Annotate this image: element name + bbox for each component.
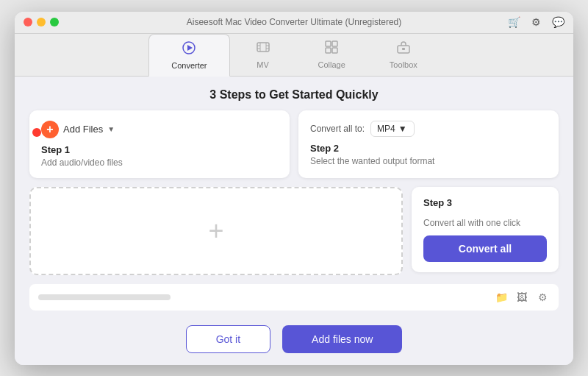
window-title: Aiseesoft Mac Video Converter Ultimate (… [187, 17, 402, 27]
app-window: Aiseesoft Mac Video Converter Ultimate (… [15, 12, 573, 365]
convert-to-label: Convert all to: [310, 124, 365, 134]
convert-all-button[interactable]: Convert all [423, 235, 547, 262]
svg-rect-9 [326, 41, 331, 46]
format-dropdown-arrow: ▼ [398, 124, 407, 134]
dropdown-arrow-icon: ▼ [107, 125, 115, 133]
step2-desc: Select the wanted output format [310, 156, 547, 166]
message-icon[interactable]: 💬 [551, 15, 564, 29]
svg-rect-11 [326, 48, 331, 53]
add-files-button[interactable]: + Add Files ▼ [41, 121, 115, 138]
steps-row: + Add Files ▼ Step 1 Add audio/video fil… [29, 110, 559, 178]
step3-desc: Convert all with one click [423, 218, 547, 228]
settings-toolbar-icon[interactable]: ⚙ [535, 290, 550, 305]
tab-toolbox-label: Toolbox [390, 60, 417, 69]
step1-num: Step 1 [41, 144, 278, 155]
tab-toolbox[interactable]: Toolbox [368, 34, 440, 76]
svg-rect-2 [257, 43, 269, 52]
bottom-toolbar: 📁 🖼 ⚙ [29, 284, 559, 311]
got-it-button[interactable]: Got it [186, 325, 270, 353]
collage-icon [324, 40, 339, 58]
toolbar-progress-bar [38, 294, 171, 300]
drop-zone[interactable]: + [29, 187, 403, 275]
minimize-button[interactable] [37, 18, 46, 26]
tab-converter[interactable]: Converter [148, 34, 229, 77]
add-files-label: Add Files [63, 124, 103, 135]
drop-zone-container: + Step 3 Convert all with one click Conv… [29, 187, 559, 275]
screenshot-icon[interactable]: 🖼 [514, 290, 529, 305]
page-title: 3 Steps to Get Started Quickly [29, 88, 559, 102]
bottom-buttons: Got it Add files now [29, 319, 559, 356]
red-dot-indicator [32, 128, 41, 137]
converter-icon [182, 40, 196, 59]
step3-card: Step 3 Convert all with one click Conver… [412, 187, 559, 272]
help-icon[interactable]: ⚙ [529, 15, 542, 29]
tabs-bar: Converter MV [15, 34, 573, 77]
main-content: 3 Steps to Get Started Quickly + Add Fil… [15, 77, 573, 365]
drop-plus-icon: + [208, 216, 223, 246]
svg-rect-12 [332, 48, 337, 53]
format-select[interactable]: MP4 ▼ [370, 121, 415, 137]
svg-marker-1 [187, 45, 193, 51]
step2-num: Step 2 [310, 143, 547, 154]
step1-desc: Add audio/video files [41, 157, 278, 168]
tab-mv[interactable]: MV [230, 34, 296, 76]
close-button[interactable] [24, 18, 32, 26]
tab-collage[interactable]: Collage [296, 34, 368, 76]
step1-card: + Add Files ▼ Step 1 Add audio/video fil… [29, 110, 290, 178]
convert-to-row: Convert all to: MP4 ▼ [310, 121, 547, 137]
format-value: MP4 [377, 124, 395, 134]
cart-icon[interactable]: 🛒 [507, 15, 520, 29]
mv-icon [256, 40, 270, 58]
tab-converter-label: Converter [171, 61, 207, 70]
title-bar: Aiseesoft Mac Video Converter Ultimate (… [15, 12, 573, 34]
tab-mv-label: MV [257, 60, 269, 69]
tab-collage-label: Collage [318, 60, 345, 69]
step3-num: Step 3 [423, 197, 547, 208]
step2-card: Convert all to: MP4 ▼ Step 2 Select the … [298, 110, 559, 178]
traffic-lights [24, 18, 59, 26]
svg-rect-10 [332, 41, 337, 46]
add-files-now-button[interactable]: Add files now [282, 325, 402, 353]
add-files-icon: + [41, 121, 59, 138]
toolbox-icon [396, 40, 411, 58]
svg-rect-14 [402, 48, 405, 50]
folder-icon[interactable]: 📁 [494, 290, 509, 305]
maximize-button[interactable] [50, 18, 59, 26]
title-actions: 🛒 ⚙ 💬 [507, 15, 564, 29]
